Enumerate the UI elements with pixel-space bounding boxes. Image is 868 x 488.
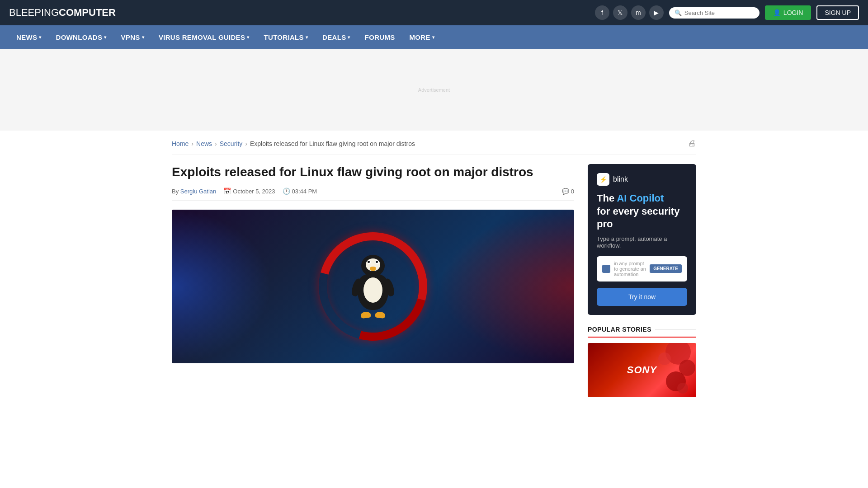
logo-bold: COMPUTER xyxy=(59,7,116,18)
penguin-foot-right xyxy=(375,311,385,319)
breadcrumb-news[interactable]: News xyxy=(196,140,212,147)
comments-icon: 💬 xyxy=(562,188,569,195)
mastodon-icon[interactable]: m xyxy=(631,5,646,20)
calendar-icon: 📅 xyxy=(223,188,231,195)
breadcrumb-separator: › xyxy=(215,140,217,147)
sidebar: ⚡ blink The AI Copilot for every securit… xyxy=(588,164,696,397)
sidebar-advertisement: ⚡ blink The AI Copilot for every securit… xyxy=(588,164,696,315)
chevron-down-icon: ▾ xyxy=(306,35,308,40)
bubbles-decoration xyxy=(588,343,696,397)
penguin-eye-left xyxy=(367,260,371,264)
article-author: By Sergiu Gatlan xyxy=(172,188,216,195)
penguin-foot-left xyxy=(360,311,371,319)
chevron-down-icon: ▾ xyxy=(432,35,434,40)
breadcrumb-separator: › xyxy=(245,140,247,147)
blue-glow-decoration xyxy=(172,210,271,363)
facebook-icon[interactable]: f xyxy=(595,5,609,20)
main-container: Home › News › Security › Exploits releas… xyxy=(163,131,705,397)
nav-item-vpns[interactable]: VPNS ▾ xyxy=(114,25,151,49)
article-title: Exploits released for Linux flaw giving … xyxy=(172,164,574,180)
popular-stories-heading: POPULAR STORIES xyxy=(588,326,696,338)
popular-story-image[interactable]: SONY xyxy=(588,343,696,397)
breadcrumb-path: Home › News › Security › Exploits releas… xyxy=(172,140,415,147)
user-icon: 👤 xyxy=(773,9,781,16)
article-time: 🕐 03:44 PM xyxy=(283,188,317,195)
breadcrumb-security[interactable]: Security xyxy=(220,140,243,147)
ad-subtext: Type a prompt, automate a workflow. xyxy=(597,235,687,249)
linux-tux-penguin xyxy=(358,255,388,318)
article-hero-image xyxy=(172,210,574,363)
chevron-down-icon: ▾ xyxy=(39,35,41,40)
youtube-icon[interactable]: ▶ xyxy=(649,5,664,20)
article-meta: By Sergiu Gatlan 📅 October 5, 2023 🕐 03:… xyxy=(172,188,574,201)
nav-item-news[interactable]: NEWS ▾ xyxy=(9,25,49,49)
red-glow-decoration xyxy=(439,210,574,363)
breadcrumb-separator: › xyxy=(191,140,193,147)
penguin-eyes xyxy=(367,260,379,264)
blink-logo: ⚡ blink xyxy=(597,173,687,186)
breadcrumb-home[interactable]: Home xyxy=(172,140,189,147)
logo-regular: BLEEPING xyxy=(9,7,59,18)
ad-input-mock: in any prompt to generate an automation … xyxy=(597,256,687,282)
chevron-down-icon: ▾ xyxy=(247,35,249,40)
article-main: Exploits released for Linux flaw giving … xyxy=(172,164,574,363)
chevron-down-icon: ▾ xyxy=(142,35,144,40)
comments-count[interactable]: 💬 0 xyxy=(562,188,574,195)
linux-penguin-container xyxy=(305,219,441,354)
author-link[interactable]: Sergiu Gatlan xyxy=(180,188,217,195)
search-input[interactable] xyxy=(684,9,754,16)
breadcrumb-current: Exploits released for Linux flaw giving … xyxy=(250,140,415,147)
nav-item-more[interactable]: MORE ▾ xyxy=(402,25,442,49)
header-right: f 𝕏 m ▶ 🔍 👤 LOGIN SIGN UP xyxy=(595,5,859,20)
svg-point-4 xyxy=(677,383,688,394)
penguin-body xyxy=(358,274,388,310)
content-layout: Exploits released for Linux flaw giving … xyxy=(172,164,696,397)
ad-input-icon xyxy=(602,265,610,273)
nav-item-virus-removal[interactable]: VIRUS REMOVAL GUIDES ▾ xyxy=(151,25,257,49)
clock-icon: 🕐 xyxy=(283,188,290,195)
chevron-down-icon: ▾ xyxy=(104,35,106,40)
print-icon[interactable]: 🖨 xyxy=(688,139,696,148)
ad-input-placeholder: in any prompt to generate an automation xyxy=(614,261,646,277)
login-button[interactable]: 👤 LOGIN xyxy=(765,5,811,20)
ad-headline: The AI Copilot for every security pro xyxy=(597,192,687,231)
search-icon: 🔍 xyxy=(675,9,682,16)
signup-button[interactable]: SIGN UP xyxy=(816,5,859,20)
nav-item-tutorials[interactable]: TUTORIALS ▾ xyxy=(257,25,316,49)
try-now-button[interactable]: Try it now xyxy=(597,288,687,306)
main-nav: NEWS ▾ DOWNLOADS ▾ VPNS ▾ VIRUS REMOVAL … xyxy=(0,25,868,49)
site-logo[interactable]: BLEEPINGCOMPUTER xyxy=(9,7,116,19)
ai-copilot-text: AI Copilot xyxy=(617,192,664,204)
penguin-wing-left xyxy=(350,278,363,297)
site-header: BLEEPINGCOMPUTER f 𝕏 m ▶ 🔍 👤 LOGIN SIGN … xyxy=(0,0,868,25)
nav-item-forums[interactable]: FORUMS xyxy=(358,25,402,49)
search-box: 🔍 xyxy=(669,7,760,19)
blink-brand-icon: ⚡ xyxy=(597,173,609,186)
ad-generate-label: GENERATE xyxy=(650,264,682,273)
chevron-down-icon: ▾ xyxy=(348,35,350,40)
advertisement-banner: Advertisement xyxy=(0,49,868,131)
blink-brand-name: blink xyxy=(613,175,628,183)
svg-point-3 xyxy=(658,352,671,365)
nav-item-deals[interactable]: DEALS ▾ xyxy=(315,25,358,49)
twitter-icon[interactable]: 𝕏 xyxy=(613,5,627,20)
nav-item-downloads[interactable]: DOWNLOADS ▾ xyxy=(49,25,114,49)
article-date: 📅 October 5, 2023 xyxy=(223,188,275,195)
popular-stories-section: POPULAR STORIES SONY xyxy=(588,326,696,397)
breadcrumb: Home › News › Security › Exploits releas… xyxy=(172,131,696,155)
social-icons-group: f 𝕏 m ▶ xyxy=(595,5,664,20)
penguin-head xyxy=(361,255,385,277)
penguin-eye-right xyxy=(375,260,379,264)
penguin-feet xyxy=(361,312,385,318)
penguin-wings xyxy=(353,278,393,296)
